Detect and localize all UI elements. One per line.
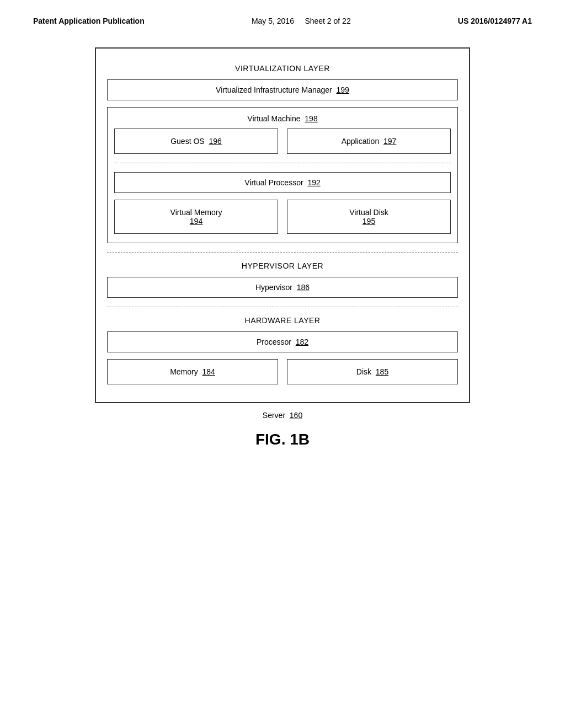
virtual-disk-box: Virtual Disk 195 xyxy=(287,200,451,234)
patent-number: US 2016/0124977 A1 xyxy=(458,17,532,25)
processor-box: Processor 182 xyxy=(107,331,458,352)
hyper-hw-separator xyxy=(107,307,458,307)
guest-os-label: Guest OS xyxy=(170,137,204,146)
mem-disk-row: Memory 184 Disk 185 xyxy=(107,359,458,384)
vmem-vdisk-row: Virtual Memory 194 Virtual Disk 195 xyxy=(114,200,451,234)
disk-label: Disk xyxy=(356,367,371,376)
virt-hyper-separator xyxy=(107,252,458,253)
hardware-layer-label: HARDWARE LAYER xyxy=(107,316,458,325)
publication-label: Patent Application Publication xyxy=(33,17,145,25)
virtualization-layer-label: VIRTUALIZATION LAYER xyxy=(107,64,458,73)
disk-box: Disk 185 xyxy=(287,359,458,384)
header-left: Patent Application Publication xyxy=(33,17,145,25)
guest-os-box: Guest OS 196 xyxy=(114,129,278,154)
header-right: US 2016/0124977 A1 xyxy=(458,17,532,25)
vm-dashed-separator xyxy=(114,163,451,163)
memory-box: Memory 184 xyxy=(107,359,278,384)
memory-num: 184 xyxy=(202,367,215,376)
processor-label: Processor xyxy=(257,338,291,346)
disk-num: 185 xyxy=(376,367,388,376)
vp-num: 192 xyxy=(307,178,320,187)
page: Patent Application Publication May 5, 20… xyxy=(0,0,565,728)
vim-box: Virtualized Infrastructure Manager 199 xyxy=(107,79,458,100)
application-box: Application 197 xyxy=(287,129,451,154)
virtual-processor-box: Virtual Processor 192 xyxy=(114,172,451,193)
header: Patent Application Publication May 5, 20… xyxy=(33,17,532,25)
hypervisor-num: 186 xyxy=(297,283,310,292)
server-label: Server 160 xyxy=(33,411,532,420)
vp-label: Virtual Processor xyxy=(244,178,303,187)
vm-title: Virtual Machine 198 xyxy=(114,114,451,123)
vm-num: 198 xyxy=(305,114,317,123)
memory-label: Memory xyxy=(170,367,198,376)
hypervisor-layer-label: HYPERVISOR LAYER xyxy=(107,261,458,270)
date-label: May 5, 2016 xyxy=(252,17,294,25)
hypervisor-box: Hypervisor 186 xyxy=(107,277,458,298)
header-center: May 5, 2016 Sheet 2 of 22 xyxy=(252,17,351,25)
application-label: Application xyxy=(342,137,380,146)
vmem-label: Virtual Memory xyxy=(170,208,222,217)
virtual-machine-container: Virtual Machine 198 Guest OS 196 Applica… xyxy=(107,107,458,243)
vmem-num: 194 xyxy=(190,217,202,226)
vdisk-label: Virtual Disk xyxy=(349,208,388,217)
figure-label: FIG. 1B xyxy=(33,431,532,448)
guest-os-num: 196 xyxy=(209,137,221,146)
guest-app-row: Guest OS 196 Application 197 xyxy=(114,129,451,154)
processor-num: 182 xyxy=(296,338,308,346)
vim-label: Virtualized Infrastructure Manager xyxy=(216,85,332,94)
vim-num: 199 xyxy=(337,85,349,94)
application-num: 197 xyxy=(383,137,396,146)
sheet-label: Sheet 2 of 22 xyxy=(305,17,350,25)
virtual-memory-box: Virtual Memory 194 xyxy=(114,200,278,234)
server-num: 160 xyxy=(290,411,302,420)
diagram-container: VIRTUALIZATION LAYER Virtualized Infrast… xyxy=(95,47,470,403)
hypervisor-label: Hypervisor xyxy=(255,283,292,292)
vdisk-num: 195 xyxy=(363,217,375,226)
